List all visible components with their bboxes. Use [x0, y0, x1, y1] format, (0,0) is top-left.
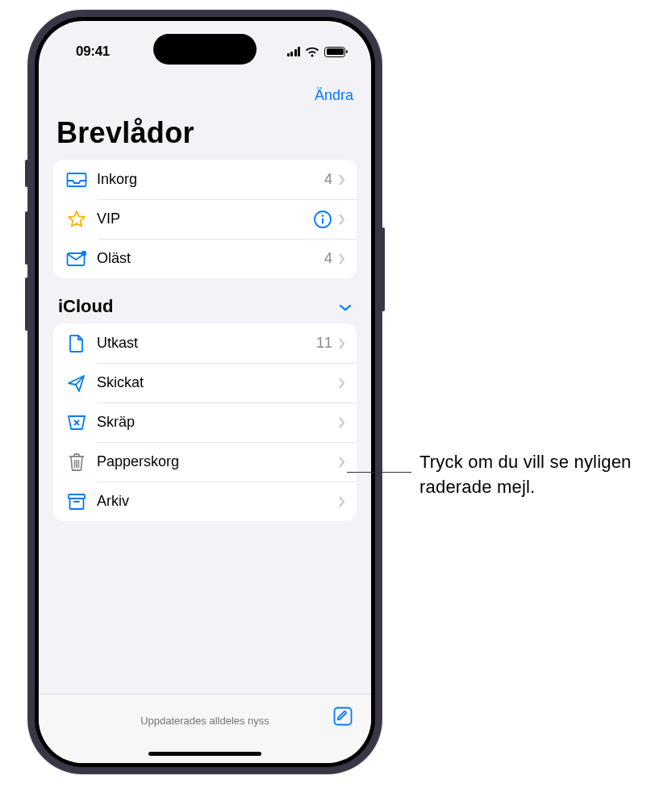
- svg-point-4: [81, 251, 86, 256]
- account-name: iCloud: [58, 296, 113, 317]
- mailbox-label: VIP: [97, 211, 313, 227]
- folder-row-sent[interactable]: Skickat: [53, 363, 357, 402]
- chevron-right-icon: [339, 253, 345, 265]
- status-time: 09:41: [65, 44, 121, 60]
- battery-icon: [324, 47, 345, 57]
- chevron-down-icon: [339, 296, 352, 317]
- unread-icon: [65, 251, 89, 267]
- draft-icon: [65, 334, 89, 353]
- mailbox-badge: 4: [324, 250, 332, 267]
- wifi-icon: [305, 46, 319, 57]
- screen: 09:41 Ändra Brevlådor: [39, 21, 371, 763]
- trash-icon: [65, 453, 89, 472]
- chevron-right-icon: [339, 174, 345, 186]
- chevron-right-icon: [339, 496, 345, 507]
- iphone-frame: 09:41 Ändra Brevlådor: [27, 10, 382, 774]
- inbox-icon: [65, 172, 89, 188]
- side-button: [25, 160, 28, 187]
- volume-up-button: [25, 211, 28, 265]
- mailbox-row-inbox[interactable]: Inkorg 4: [53, 160, 357, 199]
- mailbox-label: Oläst: [97, 250, 324, 267]
- mailbox-badge: 4: [324, 171, 332, 188]
- mailbox-label: Inkorg: [97, 171, 324, 188]
- cellular-icon: [287, 47, 301, 56]
- svg-rect-5: [69, 494, 85, 498]
- folder-row-drafts[interactable]: Utkast 11: [53, 323, 357, 363]
- folder-label: Papperskorg: [97, 453, 339, 470]
- folder-row-trash[interactable]: Papperskorg: [53, 442, 357, 482]
- folder-label: Arkiv: [97, 493, 339, 510]
- star-icon: [65, 210, 89, 229]
- sync-status: Uppdaterades alldeles nyss: [140, 715, 269, 727]
- callout-leader-line: [347, 472, 411, 473]
- folder-badge: 11: [316, 335, 332, 352]
- svg-point-1: [322, 215, 324, 217]
- volume-down-button: [25, 277, 28, 331]
- mailbox-row-unread[interactable]: Oläst 4: [53, 239, 357, 278]
- mailbox-row-vip[interactable]: VIP: [53, 199, 357, 239]
- account-folders-group: Utkast 11 Skickat: [53, 323, 357, 521]
- svg-rect-2: [322, 218, 323, 223]
- power-button: [382, 227, 385, 311]
- mailboxes-group: Inkorg 4 VIP: [53, 160, 357, 278]
- compose-button[interactable]: [332, 706, 353, 730]
- page-title: Brevlådor: [56, 116, 194, 150]
- chevron-right-icon: [339, 377, 345, 389]
- home-indicator[interactable]: [148, 752, 261, 756]
- chevron-right-icon: [339, 214, 345, 225]
- folder-row-archive[interactable]: Arkiv: [53, 482, 357, 521]
- sent-icon: [65, 373, 89, 393]
- account-section-header[interactable]: iCloud: [53, 278, 357, 323]
- folder-label: Skickat: [97, 374, 339, 391]
- chevron-right-icon: [339, 417, 345, 428]
- archive-icon: [65, 493, 89, 511]
- callout-text: Tryck om du vill se nyligen raderade mej…: [419, 450, 662, 500]
- junk-icon: [65, 415, 89, 431]
- folder-row-junk[interactable]: Skräp: [53, 402, 357, 442]
- dynamic-island: [153, 34, 257, 65]
- folder-label: Utkast: [97, 335, 316, 352]
- chevron-right-icon: [339, 338, 345, 349]
- nav-bar: Ändra: [39, 77, 371, 113]
- chevron-right-icon: [339, 457, 345, 468]
- folder-label: Skräp: [97, 414, 339, 431]
- edit-button[interactable]: Ändra: [315, 87, 353, 104]
- info-button[interactable]: [313, 210, 332, 229]
